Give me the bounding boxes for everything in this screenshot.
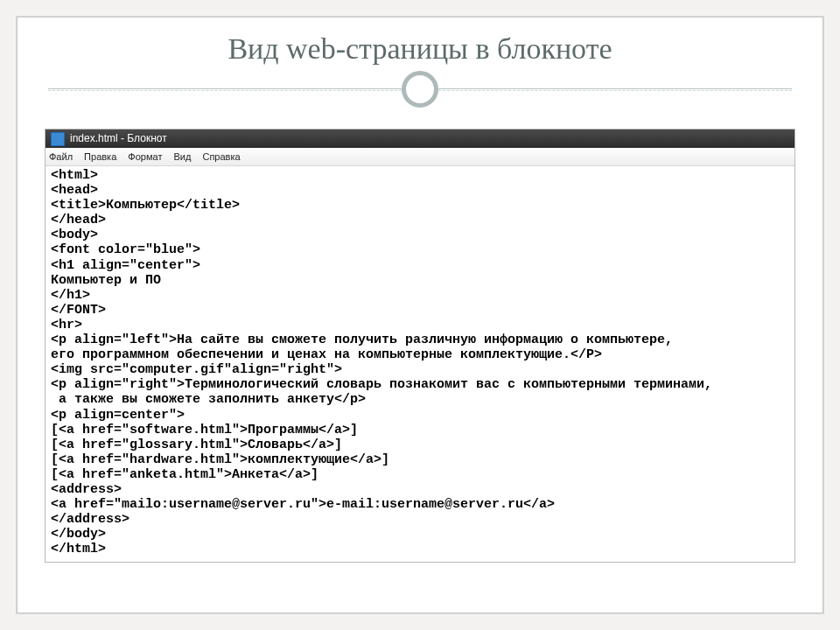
menu-file[interactable]: Файл [49, 151, 73, 162]
editor-text-area[interactable]: <html> <head> <title>Компьютер</title> <… [46, 166, 794, 562]
window-title: index.html - Блокнот [70, 130, 167, 148]
ring-icon [402, 71, 438, 108]
menu-format[interactable]: Формат [128, 151, 162, 162]
window-titlebar: index.html - Блокнот [46, 130, 794, 148]
slide-title: Вид web-страницы в блокноте [17, 32, 823, 66]
title-divider [48, 71, 792, 108]
menu-bar: Файл Правка Формат Вид Справка [46, 148, 794, 166]
menu-edit[interactable]: Правка [84, 151, 116, 162]
file-icon [51, 132, 65, 146]
slide: Вид web-страницы в блокноте Образец текс… [16, 16, 824, 614]
notepad-window: index.html - Блокнот Файл Правка Формат … [45, 129, 795, 563]
menu-view[interactable]: Вид [173, 151, 191, 162]
menu-help[interactable]: Справка [202, 151, 240, 162]
